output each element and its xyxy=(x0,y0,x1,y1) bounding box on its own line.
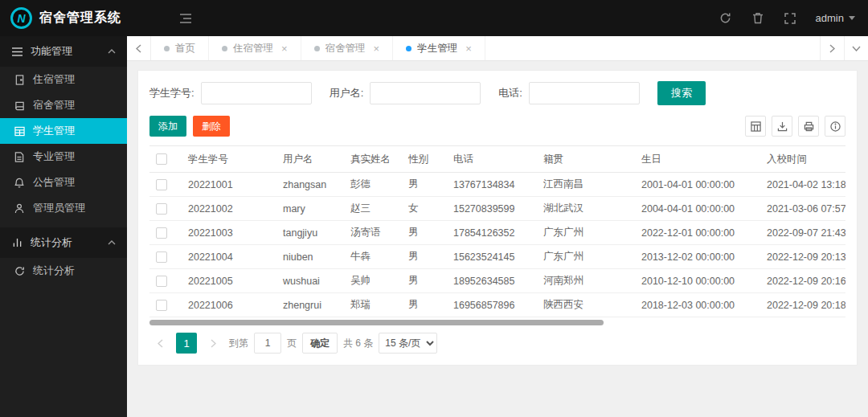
print-icon[interactable] xyxy=(798,116,819,137)
tab-bar-controls xyxy=(820,36,868,60)
delete-button[interactable]: 删除 xyxy=(193,116,230,137)
row-checkbox[interactable] xyxy=(156,227,167,239)
sidebar-item-label: 专业管理 xyxy=(33,149,75,164)
table-cell: 2010-12-10 00:00:00 xyxy=(635,269,760,293)
table-row: 20221001zhangsan彭德男13767134834江西南昌2001-0… xyxy=(149,173,845,197)
menu-list-icon xyxy=(11,46,23,57)
sidebar-item-admin-mgmt[interactable]: 管理员管理 xyxy=(0,195,127,221)
sidebar: 功能管理 住宿管理 宿舍管理 学生管理 xyxy=(0,36,127,417)
export-icon[interactable] xyxy=(772,116,792,137)
student-mgmt-panel: 学生学号: 用户名: 电话: 搜索 添加 删除 xyxy=(137,70,858,366)
column-header: 籍贯 xyxy=(537,146,635,173)
page-number-current[interactable]: 1 xyxy=(176,333,197,354)
table-cell: 2022-12-09 20:18:0 xyxy=(760,293,845,317)
table-cell: 18952634585 xyxy=(447,269,537,293)
row-checkbox[interactable] xyxy=(156,276,167,287)
horizontal-scrollbar[interactable] xyxy=(149,320,604,325)
fullscreen-icon[interactable] xyxy=(784,12,796,25)
goto-page-input[interactable] xyxy=(254,333,281,354)
table-cell: 河南郑州 xyxy=(537,269,635,293)
sidebar-item-dorm-mgmt[interactable]: 宿舍管理 xyxy=(0,92,127,118)
page-unit-label: 页 xyxy=(287,337,297,350)
info-icon[interactable] xyxy=(825,116,845,137)
user-icon xyxy=(14,202,25,214)
table-cell: 13767134834 xyxy=(447,173,537,197)
tab-dorm-mgmt[interactable]: 宿舍管理 × xyxy=(301,36,394,60)
select-all-checkbox[interactable] xyxy=(156,153,167,165)
row-checkbox[interactable] xyxy=(156,203,167,215)
table-cell: 吴帅 xyxy=(344,269,402,293)
tab-label: 住宿管理 xyxy=(233,42,273,55)
tab-close-icon[interactable]: × xyxy=(374,43,380,54)
sidebar-section-statistics[interactable]: 统计分析 xyxy=(0,227,127,258)
tab-student-mgmt[interactable]: 学生管理 × xyxy=(393,36,485,60)
table-cell: zhangsan xyxy=(276,173,344,197)
door-icon xyxy=(14,74,25,85)
table-cell: 2022-12-09 20:16:4 xyxy=(760,269,845,293)
filter-columns-icon[interactable] xyxy=(745,116,766,137)
tab-close-icon[interactable]: × xyxy=(465,43,472,54)
table-cell: 20221001 xyxy=(182,173,276,197)
chevron-up-icon xyxy=(108,240,116,245)
table-cell: 2021-04-02 13:18:5 xyxy=(760,173,845,197)
row-checkbox[interactable] xyxy=(156,251,167,263)
table-cell: 陕西西安 xyxy=(537,293,635,317)
goto-label: 到第 xyxy=(229,337,248,350)
table-cell: 2022-12-09 20:13:5 xyxy=(760,245,845,269)
section-label: 统计分析 xyxy=(31,235,72,250)
sidebar-item-label: 统计分析 xyxy=(33,264,75,278)
table-cell: 2018-12-03 00:00:00 xyxy=(635,293,760,317)
tabs-menu-chevron-down-icon[interactable] xyxy=(844,36,868,60)
student-no-input[interactable] xyxy=(201,82,312,104)
table-cell: 男 xyxy=(402,293,447,317)
phone-input[interactable] xyxy=(529,82,640,104)
user-menu[interactable]: admin xyxy=(816,12,855,24)
table-container: 学生学号用户名真实姓名性别电话籍贯生日入校时间 20221001zhangsan… xyxy=(149,145,845,317)
clear-cache-trash-icon[interactable] xyxy=(751,12,764,25)
tabs-scroll-left-icon[interactable] xyxy=(127,36,151,60)
refresh-icon[interactable] xyxy=(719,12,732,25)
tabs-scroll-right-icon[interactable] xyxy=(820,36,844,60)
table-cell: 2001-04-01 00:00:00 xyxy=(635,173,760,197)
table-cell: niuben xyxy=(276,245,344,269)
search-button[interactable]: 搜索 xyxy=(657,81,706,105)
table-cell: 20221002 xyxy=(182,197,276,221)
table-cell: wushuai xyxy=(276,269,344,293)
tab-bar: 首页 住宿管理 × 宿舍管理 × 学生管理 × xyxy=(127,36,868,61)
sidebar-item-label: 学生管理 xyxy=(33,124,75,138)
sidebar-item-accommodation-mgmt[interactable]: 住宿管理 xyxy=(0,67,127,92)
page-next-icon[interactable] xyxy=(203,333,223,354)
tab-label: 首页 xyxy=(175,42,195,55)
section-label: 功能管理 xyxy=(31,44,72,59)
table-cell: 17854126352 xyxy=(447,221,537,245)
sidebar-section-function-mgmt[interactable]: 功能管理 xyxy=(0,36,127,67)
sidebar-item-student-mgmt[interactable]: 学生管理 xyxy=(0,118,127,144)
app-logo-icon: N xyxy=(10,7,32,29)
add-button[interactable]: 添加 xyxy=(149,116,186,137)
sidebar-item-notice-mgmt[interactable]: 公告管理 xyxy=(0,170,127,195)
column-header: 用户名 xyxy=(276,146,344,173)
table-cell: 16956857896 xyxy=(447,293,537,317)
row-checkbox[interactable] xyxy=(156,300,167,311)
tab-accommodation-mgmt[interactable]: 住宿管理 × xyxy=(209,36,301,60)
tab-label: 宿舍管理 xyxy=(326,42,366,55)
tab-close-icon[interactable]: × xyxy=(281,43,288,54)
username-input[interactable] xyxy=(370,82,481,104)
sidebar-collapse-icon[interactable] xyxy=(179,13,192,24)
page-size-select[interactable]: 15 条/页 xyxy=(379,333,437,354)
chevron-up-icon xyxy=(108,49,116,54)
sidebar-item-major-mgmt[interactable]: 专业管理 xyxy=(0,144,127,170)
goto-confirm-button[interactable]: 确定 xyxy=(302,333,338,354)
tab-home[interactable]: 首页 xyxy=(151,36,209,60)
pagination: 1 到第 页 确定 共 6 条 15 条/页 xyxy=(149,333,845,354)
row-select-cell xyxy=(149,245,182,269)
total-count-label: 共 6 条 xyxy=(343,337,373,350)
row-checkbox[interactable] xyxy=(156,179,167,190)
table-cell: 2013-12-02 00:00:00 xyxy=(635,245,760,269)
page-prev-icon[interactable] xyxy=(149,333,170,354)
table-cell: 郑瑞 xyxy=(344,293,402,317)
sidebar-item-statistics[interactable]: 统计分析 xyxy=(0,258,127,284)
phone-label: 电话: xyxy=(498,86,522,100)
username-label: admin xyxy=(816,12,844,24)
row-select-cell xyxy=(149,197,182,221)
